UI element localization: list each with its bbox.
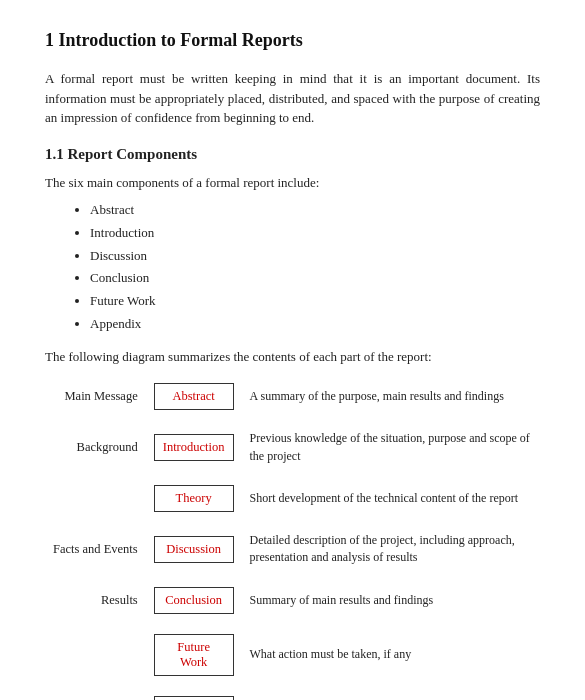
table-row: ResultsConclusionSummary of main results… xyxy=(45,582,540,619)
components-intro-text: The six main components of a formal repo… xyxy=(45,173,540,193)
description-cell: Previous knowledge of the situation, pur… xyxy=(242,425,540,470)
row-spacer xyxy=(45,572,540,582)
table-row: Main MessageAbstractA summary of the pur… xyxy=(45,378,540,415)
section-1-1-title: 1.1 Report Components xyxy=(45,146,540,163)
description-cell: What action must be taken, if any xyxy=(242,629,540,681)
diagram-box-cell: Discussion xyxy=(146,527,242,572)
diagram-box: Abstract xyxy=(154,383,234,410)
components-list: AbstractIntroductionDiscussionConclusion… xyxy=(90,200,540,335)
diagram-box: Future Work xyxy=(154,634,234,676)
description-cell: Detailed data: Evidence to support the d… xyxy=(242,691,540,700)
category-label: Main Message xyxy=(45,378,146,415)
row-spacer xyxy=(45,517,540,527)
diagram-box: Appendix xyxy=(154,696,234,700)
page-title: 1 Introduction to Formal Reports xyxy=(45,30,540,51)
table-row: BackgroundIntroductionPrevious knowledge… xyxy=(45,425,540,470)
category-label: Facts and Events xyxy=(45,527,146,572)
list-item: Abstract xyxy=(90,200,540,221)
diagram-box-cell: Theory xyxy=(146,480,242,517)
row-spacer xyxy=(45,681,540,691)
diagram-intro-text: The following diagram summarizes the con… xyxy=(45,347,540,367)
diagram-box: Introduction xyxy=(154,434,234,461)
diagram-box: Conclusion xyxy=(154,587,234,614)
description-cell: Detailed description of the project, inc… xyxy=(242,527,540,572)
description-cell: A summary of the purpose, main results a… xyxy=(242,378,540,415)
category-label xyxy=(45,629,146,681)
table-row: SupportAppendixDetailed data: Evidence t… xyxy=(45,691,540,700)
diagram-box-cell: Future Work xyxy=(146,629,242,681)
category-label: Background xyxy=(45,425,146,470)
intro-paragraph: A formal report must be written keeping … xyxy=(45,69,540,128)
table-row: TheoryShort development of the technical… xyxy=(45,480,540,517)
list-item: Introduction xyxy=(90,223,540,244)
category-label: Support xyxy=(45,691,146,700)
diagram-box-cell: Abstract xyxy=(146,378,242,415)
row-spacer xyxy=(45,470,540,480)
description-cell: Summary of main results and findings xyxy=(242,582,540,619)
list-item: Conclusion xyxy=(90,268,540,289)
category-label xyxy=(45,480,146,517)
diagram-box-cell: Appendix xyxy=(146,691,242,700)
table-row: Facts and EventsDiscussionDetailed descr… xyxy=(45,527,540,572)
list-item: Future Work xyxy=(90,291,540,312)
table-row: Future WorkWhat action must be taken, if… xyxy=(45,629,540,681)
diagram-box: Discussion xyxy=(154,536,234,563)
description-cell: Short development of the technical conte… xyxy=(242,480,540,517)
diagram-box: Theory xyxy=(154,485,234,512)
diagram-table: Main MessageAbstractA summary of the pur… xyxy=(45,378,540,700)
list-item: Appendix xyxy=(90,314,540,335)
diagram-box-cell: Introduction xyxy=(146,425,242,470)
diagram-box-cell: Conclusion xyxy=(146,582,242,619)
row-spacer xyxy=(45,415,540,425)
category-label: Results xyxy=(45,582,146,619)
row-spacer xyxy=(45,619,540,629)
list-item: Discussion xyxy=(90,246,540,267)
